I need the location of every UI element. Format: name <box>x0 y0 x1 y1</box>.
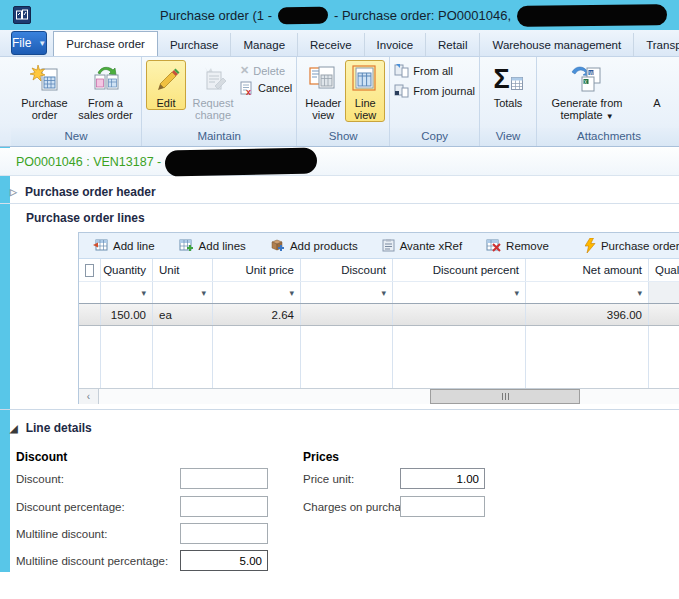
generate-from-template-label: Generate from template ▼ <box>542 97 632 123</box>
cell-unit-price[interactable]: 2.64 <box>213 304 301 325</box>
select-all-checkbox[interactable] <box>85 264 94 277</box>
from-sales-order-button[interactable]: From a sales order <box>74 60 137 122</box>
add-lines-button[interactable]: Add lines <box>179 239 246 252</box>
tab-transportation[interactable]: Transportation <box>634 33 679 56</box>
cell-discount[interactable] <box>301 304 393 325</box>
filter-dropdown-icon[interactable]: ▾ <box>381 288 386 298</box>
new-purchase-order-button[interactable]: Purchase order <box>15 60 74 122</box>
cancel-button[interactable]: x Cancel <box>240 81 292 95</box>
multiline-discount-percentage-field-label: Multiline discount percentage: <box>16 550 168 572</box>
filter-discount-percent[interactable]: ▾ <box>393 282 526 303</box>
filter-dropdown-icon[interactable]: ▾ <box>289 288 294 298</box>
avante-xref-button[interactable]: Avante xRef <box>382 239 462 252</box>
cell-quantity[interactable]: 150.00 <box>101 304 153 325</box>
scrollbar-thumb[interactable] <box>430 389 580 404</box>
from-all-icon <box>394 64 409 78</box>
tab-receive[interactable]: Receive <box>298 33 365 56</box>
filter-unit-price[interactable]: ▾ <box>213 282 301 303</box>
purchase-order-header-section[interactable]: ▷ Purchase order header <box>0 180 679 204</box>
tab-manage[interactable]: Manage <box>231 33 298 56</box>
maintain-small-buttons: ✕ Delete x Cancel <box>240 60 292 95</box>
filter-unit[interactable]: ▾ <box>153 282 213 303</box>
filter-dropdown-icon[interactable]: ▾ <box>514 288 519 298</box>
grid-horizontal-scrollbar[interactable]: ‹ <box>79 388 679 404</box>
price-unit-input[interactable] <box>400 468 485 489</box>
scroll-left-arrow[interactable]: ‹ <box>79 389 99 404</box>
from-sales-order-icon <box>90 64 122 94</box>
filter-quantity[interactable]: ▾ <box>101 282 153 303</box>
ribbon-group-show: Header view Line view Show <box>297 57 390 146</box>
ribbon-group-new: Purchase order From a sales order New <box>11 57 142 146</box>
add-line-button[interactable]: Add line <box>93 239 155 252</box>
cell-unit[interactable]: ea <box>153 304 213 325</box>
charges-on-purchases-input[interactable] <box>400 496 485 517</box>
cell-discount-percent[interactable] <box>393 304 526 325</box>
totals-button[interactable]: Σ Totals <box>484 60 532 110</box>
delete-x-icon: ✕ <box>240 64 249 77</box>
column-header-unit[interactable]: Unit <box>153 259 213 281</box>
purchase-order-line-row[interactable]: 150.00 ea 2.64 396.00 <box>79 304 679 326</box>
attach-button-partial[interactable]: A <box>637 60 677 110</box>
column-header-discount-percent[interactable]: Discount percent <box>393 259 526 281</box>
column-header-quantity[interactable]: Quantity <box>101 259 153 281</box>
tab-warehouse-management[interactable]: Warehouse management <box>480 33 634 56</box>
discount-input[interactable] <box>180 468 268 489</box>
line-details-section[interactable]: ◢ Line details <box>0 416 679 440</box>
cell-quality[interactable] <box>649 304 679 325</box>
tab-purchase[interactable]: Purchase <box>158 33 232 56</box>
filter-dropdown-icon[interactable]: ▾ <box>201 288 206 298</box>
cell-net-amount[interactable]: 396.00 <box>526 304 649 325</box>
add-products-label: Add products <box>290 240 358 252</box>
group-label-copy: Copy <box>390 128 479 146</box>
filter-dropdown-icon[interactable]: ▾ <box>141 288 146 298</box>
window-title-suffix: - Purchase order: PO0001046, <box>334 8 511 23</box>
delete-label: Delete <box>253 65 285 77</box>
filter-quality <box>649 282 679 303</box>
totals-label: Totals <box>494 97 523 109</box>
avante-xref-icon <box>382 239 395 252</box>
edit-button[interactable]: Edit <box>146 60 186 110</box>
header-view-button[interactable]: Header view <box>301 60 345 122</box>
filter-dropdown-icon[interactable]: ▾ <box>637 288 642 298</box>
line-view-label: Line view <box>346 97 384 121</box>
from-journal-label: From journal <box>413 85 475 97</box>
cancel-icon: x <box>240 81 254 95</box>
column-header-net-amount[interactable]: Net amount <box>526 259 649 281</box>
discount-percentage-field-label: Discount percentage: <box>16 496 125 518</box>
remove-button[interactable]: Remove <box>486 239 549 252</box>
filter-cell <box>79 282 101 303</box>
multiline-discount-percentage-input[interactable] <box>180 550 268 571</box>
purchase-order-line-menu-button[interactable]: Purchase order line ▼ <box>585 238 679 253</box>
add-products-button[interactable]: Add products <box>270 239 358 252</box>
filter-discount[interactable]: ▾ <box>301 282 393 303</box>
ribbon-group-copy: From all From journal Copy <box>390 57 480 146</box>
group-label-attachments: Attachments <box>537 128 679 146</box>
column-header-quality[interactable]: Quality <box>649 259 679 281</box>
new-purchase-order-label: Purchase order <box>16 97 73 121</box>
tab-retail[interactable]: Retail <box>426 33 480 56</box>
prices-group-title: Prices <box>303 450 339 464</box>
ribbon: Purchase order From a sales order New Ed… <box>0 57 679 147</box>
tab-invoice[interactable]: Invoice <box>365 33 426 56</box>
from-journal-button[interactable]: From journal <box>394 84 475 98</box>
redacted-text <box>517 4 667 27</box>
tab-purchase-order[interactable]: Purchase order <box>53 31 158 56</box>
column-header-discount[interactable]: Discount <box>301 259 393 281</box>
discount-field-label: Discount: <box>16 468 64 490</box>
file-menu-button[interactable]: File ▼ <box>11 31 47 55</box>
column-header-unit-price[interactable]: Unit price <box>213 259 301 281</box>
generate-from-template-button[interactable]: WX Generate from template ▼ <box>541 60 633 124</box>
filter-net-amount[interactable]: ▾ <box>526 282 649 303</box>
po-number-vendor-text: PO0001046 : VEN13187 - <box>16 155 161 169</box>
delete-button[interactable]: ✕ Delete <box>240 64 292 77</box>
line-view-button[interactable]: Line view <box>345 60 385 122</box>
discount-percentage-input[interactable] <box>180 496 268 517</box>
multiline-discount-input[interactable] <box>180 523 268 544</box>
lines-grid-toolbar: Add line Add lines Add products Avante x… <box>79 233 679 259</box>
group-label-maintain: Maintain <box>142 128 296 146</box>
select-all-cell[interactable] <box>79 259 101 281</box>
request-change-button[interactable]: Request change <box>186 60 240 122</box>
row-select-cell[interactable] <box>79 304 101 325</box>
file-menu-label: File <box>12 36 31 50</box>
from-all-button[interactable]: From all <box>394 64 475 78</box>
